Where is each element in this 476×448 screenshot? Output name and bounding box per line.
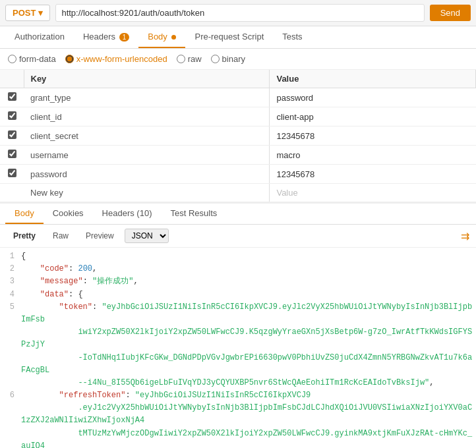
code-line-1: 1 { xyxy=(0,250,476,263)
tab-tests-label: Tests xyxy=(282,32,302,42)
response-tab-body-label: Body xyxy=(15,208,34,218)
code-content: "message": "操作成功", xyxy=(21,275,476,288)
response-tab-body[interactable]: Body xyxy=(5,204,44,224)
value-col-header: Value xyxy=(270,70,476,88)
new-key-input-cell[interactable]: New key xyxy=(24,184,270,202)
format-preview-button[interactable]: Preview xyxy=(79,229,121,242)
code-line-5: 5 "token": "eyJhbGciOiJSUzI1NiIsInR5cCI6… xyxy=(0,301,476,389)
code-content: "refreshToken": "eyJhbGciOiJSUzI1NiIsInR… xyxy=(21,389,476,448)
urlencoded-label: x-www-form-urlencoded xyxy=(76,54,167,64)
response-tab-test-results-label: Test Results xyxy=(170,208,217,218)
body-type-form-data[interactable]: form-data xyxy=(8,54,56,64)
line-number: 1 xyxy=(0,250,21,263)
table-row: client_secret 12345678 xyxy=(0,126,476,146)
headers-badge: 1 xyxy=(119,33,130,42)
binary-label: binary xyxy=(222,54,245,64)
tab-pre-request-label: Pre-request Script xyxy=(194,32,264,42)
format-row: Pretty Raw Preview JSON ⇉ xyxy=(0,225,476,248)
code-content: "code": 200, xyxy=(21,263,476,275)
raw-label: raw xyxy=(188,54,202,64)
row-checkbox-cell[interactable] xyxy=(0,107,24,126)
code-line-4: 4 "data": { xyxy=(0,289,476,301)
row-checkbox-cell[interactable] xyxy=(0,126,24,146)
tab-headers-label: Headers xyxy=(83,32,115,42)
params-table: Key Value grant_type password client_id … xyxy=(0,70,476,202)
row-checkbox-cell[interactable] xyxy=(0,88,24,107)
new-value-input-cell[interactable]: Value xyxy=(270,184,476,202)
response-tab-headers-label: Headers (10) xyxy=(102,208,152,218)
new-row-checkbox-cell xyxy=(0,184,24,202)
line-number: 2 xyxy=(0,263,21,275)
response-code-area: 1 { 2 "code": 200, 3 "message": "操作成功", … xyxy=(0,248,476,448)
method-chevron-icon: ▾ xyxy=(38,8,43,18)
response-nav-tabs: Body Cookies Headers (10) Test Results xyxy=(0,202,476,225)
checkbox-col-header xyxy=(0,70,24,88)
table-row: client_id client-app xyxy=(0,107,476,126)
body-type-binary[interactable]: binary xyxy=(211,54,245,64)
row-value[interactable]: password xyxy=(270,88,476,107)
code-content: "data": { xyxy=(21,289,476,301)
response-tab-test-results[interactable]: Test Results xyxy=(161,204,226,224)
tab-authorization-label: Authorization xyxy=(15,32,65,42)
table-row: username macro xyxy=(0,146,476,165)
top-bar: POST ▾ Send xyxy=(0,0,476,26)
row-value[interactable]: macro xyxy=(270,146,476,165)
row-key[interactable]: client_secret xyxy=(24,126,270,146)
send-button[interactable]: Send xyxy=(430,5,471,21)
url-input[interactable] xyxy=(55,4,424,22)
row-value[interactable]: 12345678 xyxy=(270,165,476,184)
request-nav-tabs: Authorization Headers 1 Body Pre-request… xyxy=(0,26,476,49)
response-tab-headers[interactable]: Headers (10) xyxy=(93,204,162,224)
format-type-select[interactable]: JSON xyxy=(125,229,169,243)
row-key[interactable]: grant_type xyxy=(24,88,270,107)
form-data-label: form-data xyxy=(19,54,56,64)
line-number: 4 xyxy=(0,289,21,301)
line-number: 5 xyxy=(0,301,21,314)
row-value[interactable]: 12345678 xyxy=(270,126,476,146)
method-button[interactable]: POST ▾ xyxy=(5,5,50,21)
code-line-6: 6 "refreshToken": "eyJhbGciOiJSUzI1NiIsI… xyxy=(0,389,476,448)
code-content: { xyxy=(21,250,476,263)
new-key-placeholder: New key xyxy=(30,188,63,198)
table-row: password 12345678 xyxy=(0,165,476,184)
body-type-raw[interactable]: raw xyxy=(177,54,202,64)
tab-tests[interactable]: Tests xyxy=(273,26,311,48)
format-raw-button[interactable]: Raw xyxy=(46,229,75,242)
tab-body-label: Body xyxy=(148,32,167,42)
row-value[interactable]: client-app xyxy=(270,107,476,126)
line-number: 6 xyxy=(0,389,21,402)
response-tab-cookies[interactable]: Cookies xyxy=(44,204,93,224)
row-checkbox-cell[interactable] xyxy=(0,165,24,184)
new-key-row: New key Value xyxy=(0,184,476,202)
tab-body[interactable]: Body xyxy=(138,26,185,48)
row-key[interactable]: password xyxy=(24,165,270,184)
tab-pre-request[interactable]: Pre-request Script xyxy=(185,26,273,48)
response-tab-cookies-label: Cookies xyxy=(53,208,84,218)
code-content: "token": "eyJhbGciOiJSUzI1NiIsInR5cCI6Ik… xyxy=(21,301,476,389)
method-label: POST xyxy=(13,8,36,18)
body-type-urlencoded[interactable]: x-www-form-urlencoded xyxy=(65,54,167,64)
row-key[interactable]: username xyxy=(24,146,270,165)
table-row: grant_type password xyxy=(0,88,476,107)
tab-authorization[interactable]: Authorization xyxy=(5,26,74,48)
body-dot-indicator xyxy=(171,35,176,40)
format-pretty-button[interactable]: Pretty xyxy=(7,229,42,242)
body-type-row: form-data x-www-form-urlencoded raw bina… xyxy=(0,49,476,70)
row-checkbox-cell[interactable] xyxy=(0,146,24,165)
code-line-2: 2 "code": 200, xyxy=(0,263,476,275)
code-line-3: 3 "message": "操作成功", xyxy=(0,275,476,288)
row-key[interactable]: client_id xyxy=(24,107,270,126)
beautify-icon[interactable]: ⇉ xyxy=(461,230,469,242)
line-number: 3 xyxy=(0,275,21,288)
tab-headers[interactable]: Headers 1 xyxy=(74,26,138,48)
new-value-placeholder: Value xyxy=(276,188,297,198)
key-col-header: Key xyxy=(24,70,270,88)
